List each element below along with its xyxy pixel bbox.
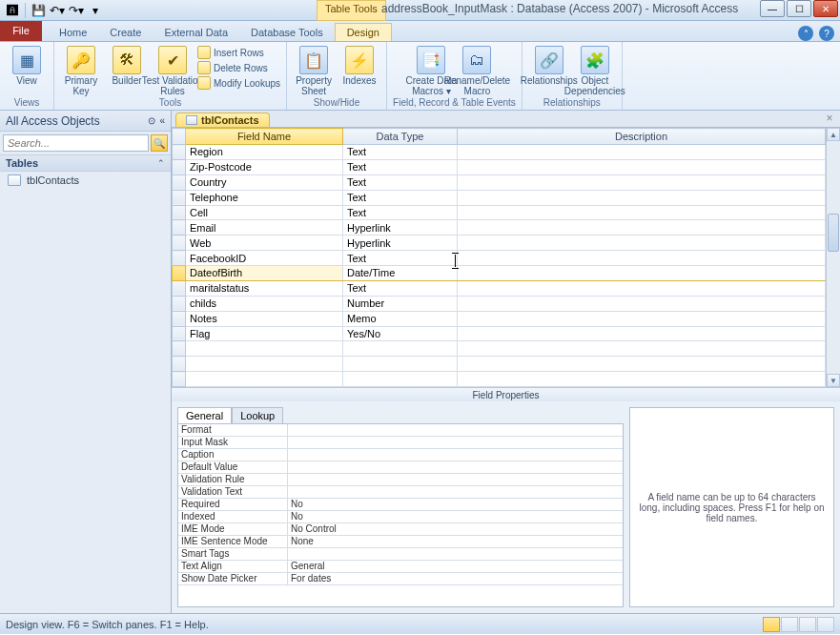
save-icon[interactable]: 💾 (30, 2, 47, 19)
row-selector[interactable] (173, 220, 186, 236)
col-header-data-type[interactable]: Data Type (343, 129, 458, 145)
data-type-cell[interactable]: Yes/No (343, 326, 458, 341)
minimize-ribbon-icon[interactable]: ˄ (798, 26, 813, 41)
table-row[interactable]: WebHyperlink (173, 236, 826, 251)
data-type-cell[interactable]: Memo (343, 311, 458, 326)
modify-lookups-button[interactable]: Modify Lookups (197, 76, 280, 90)
property-row[interactable]: RequiredNo (178, 499, 623, 511)
row-selector[interactable] (173, 236, 186, 251)
undo-icon[interactable]: ↶▾ (49, 2, 66, 19)
table-row[interactable]: EmailHyperlink (173, 220, 826, 236)
property-value[interactable]: No (288, 499, 623, 511)
description-cell[interactable] (458, 372, 826, 387)
tab-design[interactable]: Design (335, 23, 392, 41)
nav-header[interactable]: All Access Objects ⊙ « (0, 111, 171, 132)
property-sheet-button[interactable]: 📋Property Sheet (293, 44, 335, 96)
data-type-cell[interactable] (343, 341, 458, 357)
data-type-cell[interactable] (343, 372, 458, 387)
row-selector[interactable] (173, 311, 186, 326)
property-value[interactable]: No Control (288, 523, 623, 536)
row-selector[interactable] (173, 357, 186, 372)
col-header-description[interactable]: Description (458, 129, 826, 145)
help-icon[interactable]: ? (819, 26, 834, 41)
row-selector[interactable] (173, 296, 186, 311)
close-button[interactable]: ✕ (813, 0, 838, 17)
property-row[interactable]: IME ModeNo Control (178, 523, 623, 536)
search-input[interactable] (3, 134, 149, 152)
view-button[interactable]: ▦View (6, 44, 48, 87)
property-row[interactable]: Caption (178, 449, 623, 461)
pivot-table-view-button[interactable] (799, 617, 816, 632)
property-value[interactable] (288, 486, 623, 499)
field-name-cell[interactable]: Cell (186, 205, 343, 220)
description-cell[interactable] (458, 296, 826, 311)
description-cell[interactable] (458, 266, 826, 281)
property-row[interactable]: IME Sentence ModeNone (178, 536, 623, 548)
access-app-icon[interactable]: 🅰 (4, 2, 21, 19)
table-row[interactable]: DateofBirthDate/Time (173, 266, 826, 281)
tab-external-data[interactable]: External Data (153, 24, 239, 41)
description-cell[interactable] (458, 190, 826, 205)
description-cell[interactable] (458, 280, 826, 296)
tab-home[interactable]: Home (48, 24, 98, 41)
delete-rows-button[interactable]: Delete Rows (197, 61, 280, 74)
row-selector[interactable] (173, 174, 186, 190)
nav-group-tables[interactable]: Tables ⌃ (0, 154, 171, 172)
property-value[interactable] (288, 437, 623, 449)
table-row[interactable] (173, 341, 826, 357)
tab-database-tools[interactable]: Database Tools (239, 24, 335, 41)
data-type-cell[interactable]: Text (343, 174, 458, 190)
row-selector[interactable] (173, 280, 186, 296)
table-design-grid[interactable]: Field Name Data Type Description RegionT… (172, 128, 840, 387)
data-type-cell[interactable]: Text (343, 251, 458, 266)
property-value[interactable]: No (288, 511, 623, 523)
description-cell[interactable] (458, 205, 826, 220)
field-name-cell[interactable]: Email (186, 220, 343, 236)
field-name-cell[interactable]: Country (186, 174, 343, 190)
minimize-button[interactable]: — (760, 0, 785, 17)
prop-tab-lookup[interactable]: Lookup (232, 407, 283, 423)
property-value[interactable] (288, 424, 623, 437)
property-row[interactable]: IndexedNo (178, 511, 623, 523)
table-row[interactable]: RegionText (173, 145, 826, 160)
data-type-cell[interactable]: Hyperlink (343, 236, 458, 251)
scroll-up-icon[interactable]: ▲ (827, 128, 840, 141)
data-type-cell[interactable]: Date/Time (343, 266, 458, 281)
description-cell[interactable] (458, 311, 826, 326)
property-row[interactable]: Validation Text (178, 486, 623, 499)
insert-rows-button[interactable]: Insert Rows (197, 46, 280, 59)
description-cell[interactable] (458, 145, 826, 160)
table-row[interactable]: CellText (173, 205, 826, 220)
search-button[interactable]: 🔍 (151, 134, 168, 152)
description-cell[interactable] (458, 341, 826, 357)
col-header-field-name[interactable]: Field Name (186, 129, 343, 145)
property-value[interactable] (288, 461, 623, 474)
property-row[interactable]: Input Mask (178, 437, 623, 449)
data-type-cell[interactable]: Text (343, 145, 458, 160)
field-name-cell[interactable]: childs (186, 296, 343, 311)
description-cell[interactable] (458, 251, 826, 266)
property-value[interactable] (288, 449, 623, 461)
indexes-button[interactable]: ⚡Indexes (338, 44, 380, 87)
design-view-button[interactable] (763, 617, 780, 632)
grid-scrollbar[interactable]: ▲ ▼ (826, 128, 840, 387)
field-name-cell[interactable]: Web (186, 236, 343, 251)
row-selector[interactable] (173, 372, 186, 387)
table-row[interactable]: childsNumber (173, 296, 826, 311)
table-row[interactable]: CountryText (173, 174, 826, 190)
scroll-down-icon[interactable]: ▼ (827, 374, 840, 387)
description-cell[interactable] (458, 174, 826, 190)
scroll-thumb[interactable] (828, 214, 839, 252)
row-selector[interactable] (173, 341, 186, 357)
nav-item-tblcontacts[interactable]: tblContacts (0, 172, 171, 189)
table-row[interactable]: FlagYes/No (173, 326, 826, 341)
tab-create[interactable]: Create (98, 24, 153, 41)
datasheet-view-button[interactable] (781, 617, 798, 632)
field-name-cell[interactable]: Flag (186, 326, 343, 341)
row-selector[interactable] (173, 190, 186, 205)
property-value[interactable]: For dates (288, 573, 623, 585)
field-name-cell[interactable] (186, 357, 343, 372)
data-type-cell[interactable]: Text (343, 190, 458, 205)
description-cell[interactable] (458, 220, 826, 236)
data-type-cell[interactable]: Text (343, 159, 458, 174)
